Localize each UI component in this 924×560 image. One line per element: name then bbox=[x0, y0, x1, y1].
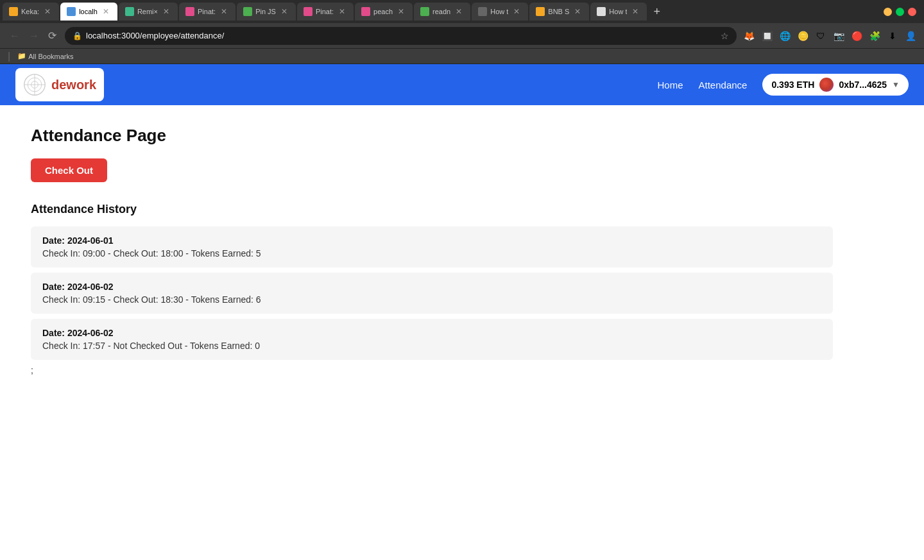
browser-extensions: 🦊 🔲 🌐 🪙 🛡 📷 🔴 🧩 ⬇ 👤 bbox=[742, 29, 918, 43]
nav-links: Home Attendance 0.393 ETH 0xb7...4625 ▼ bbox=[658, 74, 909, 96]
tab-favicon-pinata2 bbox=[304, 7, 312, 16]
tab-title-readn: readn bbox=[432, 8, 450, 15]
attendance-nav-link[interactable]: Attendance bbox=[699, 80, 748, 90]
extension-g[interactable]: 🌐 bbox=[778, 29, 792, 43]
bookmarks-bar: | 📁 All Bookmarks bbox=[0, 49, 924, 64]
logo-box[interactable]: dework bbox=[15, 68, 104, 101]
attendance-date: Date: 2024-06-02 bbox=[42, 282, 821, 292]
address-bar: ← → ⟳ 🔒 localhost:3000/employee/attendan… bbox=[0, 23, 924, 49]
tab-favicon-remix bbox=[125, 7, 134, 16]
download-icon[interactable]: ⬇ bbox=[886, 29, 900, 43]
tab-title-pinjs: Pin JS bbox=[255, 8, 276, 15]
checkout-button[interactable]: Check Out bbox=[31, 158, 107, 182]
tab-close-bnb[interactable]: ✕ bbox=[572, 6, 583, 17]
address-input-wrap[interactable]: 🔒 localhost:3000/employee/attendance/ ☆ bbox=[65, 27, 737, 45]
tab-peach[interactable]: peach ✕ bbox=[355, 3, 413, 21]
tab-readn[interactable]: readn ✕ bbox=[414, 3, 470, 21]
wallet-avatar bbox=[819, 78, 834, 92]
tab-list: Keka: ✕ localh ✕ Remi× ✕ Pinat: ✕ bbox=[3, 3, 884, 21]
extension-fox[interactable]: 🦊 bbox=[742, 29, 756, 43]
tab-pinata1[interactable]: Pinat: ✕ bbox=[179, 3, 235, 21]
tab-pinjs[interactable]: Pin JS ✕ bbox=[237, 3, 296, 21]
tab-title-peach: peach bbox=[373, 8, 393, 15]
profile-icon[interactable]: 👤 bbox=[903, 29, 918, 43]
all-bookmarks-label: All Bookmarks bbox=[28, 53, 73, 60]
extension-shield[interactable]: 🛡 bbox=[814, 29, 828, 43]
tab-title-how1: How t bbox=[490, 8, 508, 15]
tab-pinata2[interactable]: Pinat: ✕ bbox=[297, 3, 354, 21]
lock-icon: 🔒 bbox=[73, 31, 82, 40]
extension-tabs[interactable]: 🔲 bbox=[760, 29, 774, 43]
extension-puzzle[interactable]: 🧩 bbox=[868, 29, 882, 43]
tab-favicon-peach bbox=[361, 7, 370, 16]
wallet-button[interactable]: 0.393 ETH 0xb7...4625 ▼ bbox=[762, 74, 909, 96]
tab-localhost[interactable]: localh ✕ bbox=[60, 3, 117, 21]
tab-bar: Keka: ✕ localh ✕ Remi× ✕ Pinat: ✕ bbox=[0, 0, 924, 23]
tab-close-how2[interactable]: ✕ bbox=[630, 6, 640, 17]
extension-coin[interactable]: 🪙 bbox=[796, 29, 810, 43]
all-bookmarks[interactable]: 📁 All Bookmarks bbox=[14, 51, 76, 62]
bookmark-star-icon[interactable]: ☆ bbox=[721, 31, 729, 41]
page-title: Attendance Page bbox=[31, 126, 893, 146]
tab-keka[interactable]: Keka: ✕ bbox=[3, 3, 59, 21]
tab-close-keka[interactable]: ✕ bbox=[42, 6, 53, 17]
logo-icon bbox=[23, 73, 46, 96]
home-nav-link[interactable]: Home bbox=[658, 80, 683, 90]
attendance-detail: Check In: 09:15 - Check Out: 18:30 - Tok… bbox=[42, 294, 821, 305]
forward-button[interactable]: → bbox=[26, 29, 42, 43]
tab-close-pinjs[interactable]: ✕ bbox=[279, 6, 289, 17]
tab-how1[interactable]: How t ✕ bbox=[472, 3, 528, 21]
wallet-address: 0xb7...4625 bbox=[839, 80, 887, 90]
restore-button[interactable] bbox=[896, 8, 904, 16]
tab-close-peach[interactable]: ✕ bbox=[396, 6, 406, 17]
tab-bnb[interactable]: BNB S ✕ bbox=[529, 3, 589, 21]
history-title: Attendance History bbox=[31, 203, 893, 216]
tab-close-readn[interactable]: ✕ bbox=[454, 6, 464, 17]
tab-favicon-localhost bbox=[67, 7, 76, 16]
attendance-card: Date: 2024-06-01Check In: 09:00 - Check … bbox=[31, 226, 833, 267]
tab-title-bnb: BNB S bbox=[548, 8, 569, 15]
tab-close-pinata1[interactable]: ✕ bbox=[219, 6, 229, 17]
tab-how2[interactable]: How t ✕ bbox=[590, 3, 647, 21]
app-navbar: dework Home Attendance 0.393 ETH 0xb7...… bbox=[0, 64, 924, 105]
reload-button[interactable]: ⟳ bbox=[45, 28, 60, 43]
tab-close-how1[interactable]: ✕ bbox=[511, 6, 522, 17]
browser-chrome: Keka: ✕ localh ✕ Remi× ✕ Pinat: ✕ bbox=[0, 0, 924, 64]
tab-title-how2: How t bbox=[609, 8, 627, 15]
extension-vpn[interactable]: 🔴 bbox=[850, 29, 864, 43]
tab-favicon-bnb bbox=[536, 7, 545, 16]
attendance-list: Date: 2024-06-01Check In: 09:00 - Check … bbox=[31, 226, 833, 360]
tab-title-keka: Keka: bbox=[21, 8, 39, 15]
tab-close-remix[interactable]: ✕ bbox=[161, 6, 171, 17]
new-tab-button[interactable]: + bbox=[648, 5, 665, 19]
attendance-detail: Check In: 17:57 - Not Checked Out - Toke… bbox=[42, 341, 821, 351]
address-text: localhost:3000/employee/attendance/ bbox=[86, 31, 717, 40]
attendance-card: Date: 2024-06-02Check In: 09:15 - Check … bbox=[31, 273, 833, 314]
extension-camera[interactable]: 📷 bbox=[832, 29, 846, 43]
minimize-button[interactable] bbox=[884, 8, 892, 16]
attendance-date: Date: 2024-06-02 bbox=[42, 328, 821, 338]
back-button[interactable]: ← bbox=[6, 29, 23, 43]
tab-close-localhost[interactable]: ✕ bbox=[101, 6, 111, 17]
semicolon-note: ; bbox=[31, 365, 893, 375]
tab-favicon-readn bbox=[420, 7, 429, 16]
close-window-button[interactable] bbox=[908, 8, 916, 16]
main-content: Attendance Page Check Out Attendance His… bbox=[0, 105, 924, 490]
attendance-card: Date: 2024-06-02Check In: 17:57 - Not Ch… bbox=[31, 319, 833, 360]
tab-remix[interactable]: Remi× ✕ bbox=[119, 3, 178, 21]
bookmarks-sep: | bbox=[8, 51, 10, 62]
tab-favicon-keka bbox=[9, 7, 18, 16]
bookmarks-folder-icon: 📁 bbox=[17, 52, 26, 60]
tab-favicon-pinata1 bbox=[185, 7, 194, 16]
tab-close-pinata2[interactable]: ✕ bbox=[337, 6, 347, 17]
chevron-down-icon: ▼ bbox=[892, 80, 900, 89]
attendance-detail: Check In: 09:00 - Check Out: 18:00 - Tok… bbox=[42, 248, 821, 259]
window-controls bbox=[884, 8, 921, 16]
tab-favicon-pinjs bbox=[243, 7, 252, 16]
nav-buttons: ← → ⟳ bbox=[6, 28, 60, 43]
tab-title-pinata1: Pinat: bbox=[198, 8, 216, 15]
tab-title-remix: Remi× bbox=[137, 8, 158, 15]
tab-favicon-how2 bbox=[597, 7, 606, 16]
tab-title-pinata2: Pinat: bbox=[316, 8, 334, 15]
attendance-date: Date: 2024-06-01 bbox=[42, 235, 821, 246]
